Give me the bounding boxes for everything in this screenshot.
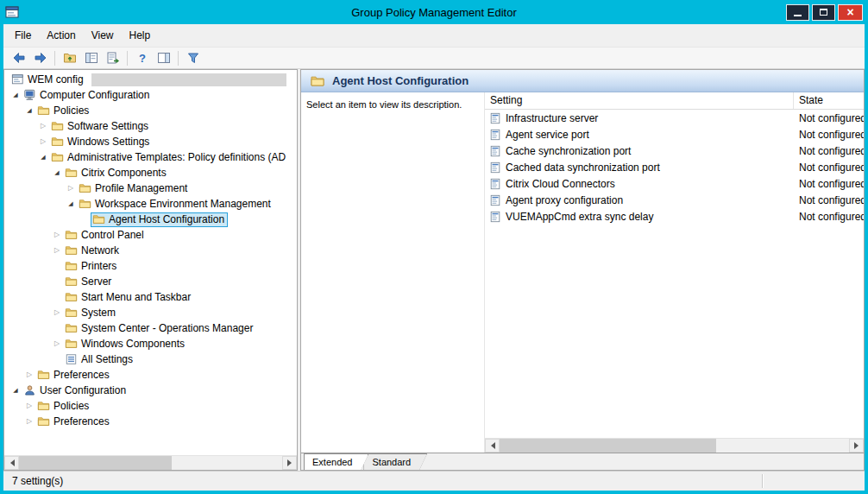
setting-row-agent-service-port[interactable]: Agent service portNot configured — [485, 126, 864, 142]
tree-item-windows-components[interactable]: ▷Windows Components — [4, 336, 297, 352]
tree-node-content: Workspace Environment Management — [77, 197, 274, 212]
setting-name-cell: VUEMAppCmd extra sync delay — [485, 211, 794, 223]
help-icon: ? — [135, 51, 149, 65]
tree-horizontal-scrollbar[interactable] — [4, 455, 297, 470]
expander-collapsed-icon[interactable]: ▷ — [51, 243, 63, 258]
toolbar: ? — [3, 47, 865, 69]
expander-collapsed-icon[interactable]: ▷ — [23, 414, 35, 429]
tree-item-network[interactable]: ▷Network — [4, 243, 297, 258]
expander-collapsed-icon[interactable]: ▷ — [37, 118, 49, 134]
expander-collapsed-icon[interactable]: ▷ — [65, 180, 77, 196]
tree-scroll-right-button[interactable] — [282, 456, 297, 470]
list-horizontal-scrollbar[interactable] — [485, 438, 864, 453]
expander-expanded-icon[interactable]: ◢ — [37, 149, 49, 165]
setting-row-agent-proxy-configuration[interactable]: Agent proxy configurationNot configured — [485, 192, 864, 208]
list-scroll-right-button[interactable] — [849, 439, 864, 453]
tree-item-label: Computer Configuration — [40, 89, 149, 101]
up-one-level-button[interactable] — [59, 48, 80, 67]
tree-scrollbar-track[interactable] — [19, 456, 282, 470]
tree-item-administrative-templates-policy-definitions-ad[interactable]: ◢Administrative Templates: Policy defini… — [4, 149, 297, 165]
expander-expanded-icon[interactable]: ◢ — [51, 165, 63, 180]
setting-state-cell: Not configured — [794, 112, 864, 124]
tree-node-content: System Center - Operations Manager — [63, 321, 256, 336]
setting-row-infrastructure-server[interactable]: Infrastructure serverNot configured — [485, 110, 864, 126]
tab-standard[interactable]: Standard — [363, 453, 427, 470]
tree-node-content: Preferences — [35, 415, 113, 429]
help-button[interactable]: ? — [131, 48, 153, 67]
menu-help[interactable]: Help — [122, 26, 159, 45]
show-console-tree-button[interactable] — [80, 48, 102, 67]
back-button[interactable] — [8, 48, 29, 67]
menu-file[interactable]: File — [7, 26, 39, 45]
tree-scrollbar-thumb[interactable] — [19, 456, 172, 470]
tree-item-policies[interactable]: ◢Policies — [4, 103, 297, 118]
maximize-button[interactable] — [812, 4, 835, 21]
setting-row-cache-synchronization-port[interactable]: Cache synchronization portNot configured — [485, 142, 864, 159]
expander-collapsed-icon[interactable]: ▷ — [23, 367, 35, 383]
forward-button[interactable] — [29, 48, 51, 67]
minimize-button[interactable] — [786, 4, 809, 21]
tree-node-content: Software Settings — [49, 119, 152, 134]
tree-item-citrix-components[interactable]: ◢Citrix Components — [4, 165, 297, 180]
tree-item-profile-management[interactable]: ▷Profile Management — [4, 180, 297, 196]
tree-item-label: User Configuration — [40, 384, 126, 396]
tab-extended[interactable]: Extended — [304, 453, 368, 470]
tree-item-server[interactable]: Server — [4, 274, 297, 289]
tree-item-control-panel[interactable]: ▷Control Panel — [4, 227, 297, 243]
setting-row-vuemappcmd-extra-sync-delay[interactable]: VUEMAppCmd extra sync delayNot configure… — [485, 208, 864, 225]
tree-item-system-center-operations-manager[interactable]: System Center - Operations Manager — [4, 320, 297, 336]
expander-expanded-icon[interactable]: ◢ — [23, 103, 35, 118]
expander-expanded-icon[interactable]: ◢ — [65, 196, 77, 212]
expander-collapsed-icon[interactable]: ▷ — [51, 305, 63, 320]
folder-icon — [37, 369, 50, 381]
details-pane-title: Agent Host Configuration — [332, 74, 469, 87]
tree-item-software-settings[interactable]: ▷Software Settings — [4, 118, 297, 134]
folder-icon — [79, 198, 91, 210]
tree-item-user-configuration[interactable]: ◢User Configuration — [4, 383, 297, 398]
expander-collapsed-icon[interactable]: ▷ — [51, 227, 63, 243]
tree-item-policies[interactable]: ▷Policies — [4, 398, 297, 414]
list-scrollbar-thumb[interactable] — [500, 439, 716, 453]
tree-item-computer-configuration[interactable]: ◢Computer Configuration — [4, 87, 297, 103]
tree-item-printers[interactable]: Printers — [4, 258, 297, 274]
menu-action[interactable]: Action — [39, 26, 83, 45]
menu-view[interactable]: View — [84, 26, 122, 45]
expander-collapsed-icon[interactable]: ▷ — [37, 134, 49, 149]
tree-item-preferences[interactable]: ▷Preferences — [4, 414, 297, 429]
tree-item-preferences[interactable]: ▷Preferences — [4, 367, 297, 383]
tree-item-workspace-environment-management[interactable]: ◢Workspace Environment Management — [4, 196, 297, 212]
tree-scroll-left-button[interactable] — [4, 456, 19, 470]
expander-collapsed-icon[interactable]: ▷ — [51, 336, 63, 352]
column-header-setting[interactable]: Setting — [485, 92, 794, 109]
tree-item-start-menu-and-taskbar[interactable]: Start Menu and Taskbar — [4, 289, 297, 305]
setting-row-citrix-cloud-connectors[interactable]: Citrix Cloud ConnectorsNot configured — [485, 175, 864, 192]
tree-item-agent-host-configuration[interactable]: Agent Host Configuration — [4, 212, 297, 227]
tree-item-label: Network — [81, 244, 119, 256]
tree-item-label: Start Menu and Taskbar — [81, 291, 191, 303]
list-scroll-left-button[interactable] — [485, 439, 500, 453]
expander-expanded-icon[interactable]: ◢ — [9, 383, 22, 398]
up-one-level-icon — [63, 51, 77, 65]
tree-node-content: WEM config — [9, 73, 87, 87]
title-bar[interactable]: Group Policy Management Editor × — [0, 0, 868, 24]
minimize-icon — [794, 15, 802, 16]
close-button[interactable]: × — [838, 4, 863, 21]
tree-item-windows-settings[interactable]: ▷Windows Settings — [4, 134, 297, 149]
tree-item-label: Preferences — [53, 369, 110, 381]
tree-item-wem-config[interactable]: WEM config — [4, 72, 297, 87]
column-header-state[interactable]: State — [794, 92, 864, 109]
expander-collapsed-icon[interactable]: ▷ — [23, 398, 35, 414]
tree-item-system[interactable]: ▷System — [4, 305, 297, 320]
maximize-icon — [820, 9, 827, 16]
setting-row-cached-data-synchronization-port[interactable]: Cached data synchronization portNot conf… — [485, 159, 864, 175]
right-arrow-icon — [854, 442, 862, 449]
list-scrollbar-track[interactable] — [500, 439, 849, 453]
export-list-button[interactable] — [102, 48, 123, 67]
expander-expanded-icon[interactable]: ◢ — [9, 87, 22, 103]
export-list-icon — [106, 51, 120, 65]
setting-name-cell: Cached data synchronization port — [485, 162, 794, 174]
show-action-pane-button[interactable] — [153, 48, 174, 67]
filter-button[interactable] — [182, 48, 204, 67]
tree-item-all-settings[interactable]: All Settings — [4, 352, 297, 367]
tree-item-label: Policies — [53, 400, 89, 412]
